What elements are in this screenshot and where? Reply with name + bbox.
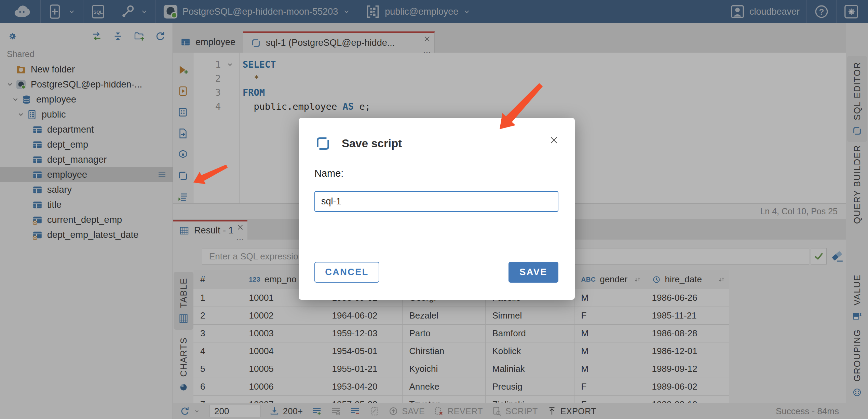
name-label: Name:: [314, 168, 343, 179]
script-icon: [314, 135, 331, 152]
annotation-arrow-small: [188, 161, 232, 188]
cancel-button[interactable]: CANCEL: [314, 262, 379, 283]
save-button[interactable]: SAVE: [508, 262, 558, 283]
script-name-input[interactable]: [314, 191, 558, 212]
save-script-dialog: Save script Name: CANCEL SAVE: [299, 118, 575, 300]
annotation-arrow-big: [485, 79, 550, 137]
dialog-title: Save script: [342, 137, 402, 150]
